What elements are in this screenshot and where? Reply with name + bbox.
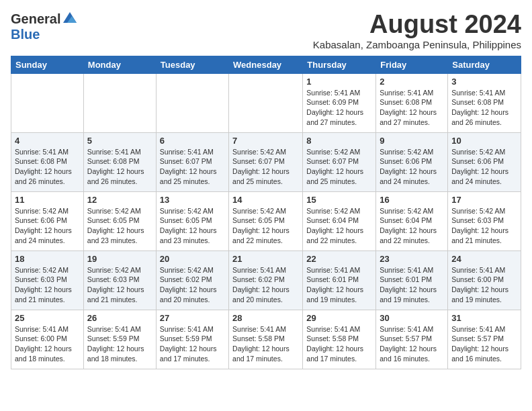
calendar-day-cell: 20Sunrise: 5:42 AM Sunset: 6:02 PM Dayli… <box>156 250 228 310</box>
day-number: 31 <box>451 313 517 323</box>
calendar-day-cell: 14Sunrise: 5:42 AM Sunset: 6:05 PM Dayli… <box>229 191 303 250</box>
day-number: 12 <box>87 195 152 205</box>
day-info: Sunrise: 5:42 AM Sunset: 6:03 PM Dayligh… <box>451 206 517 246</box>
calendar-day-cell: 31Sunrise: 5:41 AM Sunset: 5:57 PM Dayli… <box>448 310 521 369</box>
logo-blue-text: Blue <box>11 27 40 42</box>
calendar-header-thursday: Thursday <box>303 56 376 73</box>
calendar-header-row: SundayMondayTuesdayWednesdayThursdayFrid… <box>11 56 521 73</box>
calendar-day-cell: 12Sunrise: 5:42 AM Sunset: 6:05 PM Dayli… <box>83 191 156 250</box>
day-info: Sunrise: 5:41 AM Sunset: 5:58 PM Dayligh… <box>232 324 299 364</box>
day-info: Sunrise: 5:42 AM Sunset: 6:06 PM Dayligh… <box>380 147 444 187</box>
calendar-day-cell <box>83 73 156 132</box>
day-info: Sunrise: 5:41 AM Sunset: 6:00 PM Dayligh… <box>451 265 517 305</box>
day-number: 1 <box>306 77 372 87</box>
day-info: Sunrise: 5:42 AM Sunset: 6:03 PM Dayligh… <box>87 265 152 305</box>
day-number: 3 <box>451 77 517 87</box>
calendar-day-cell: 3Sunrise: 5:41 AM Sunset: 6:08 PM Daylig… <box>448 73 521 132</box>
day-number: 15 <box>306 195 372 205</box>
page-header: General Blue August 2024 Kabasalan, Zamb… <box>11 11 521 50</box>
day-number: 9 <box>380 136 444 146</box>
day-number: 25 <box>15 313 80 323</box>
day-number: 2 <box>380 77 444 87</box>
day-number: 5 <box>87 136 152 146</box>
day-info: Sunrise: 5:41 AM Sunset: 6:01 PM Dayligh… <box>380 265 444 305</box>
location-subtitle: Kabasalan, Zamboanga Peninsula, Philippi… <box>313 39 521 50</box>
day-info: Sunrise: 5:42 AM Sunset: 6:07 PM Dayligh… <box>232 147 299 187</box>
day-info: Sunrise: 5:41 AM Sunset: 5:57 PM Dayligh… <box>380 324 444 364</box>
calendar-day-cell: 13Sunrise: 5:42 AM Sunset: 6:05 PM Dayli… <box>156 191 228 250</box>
month-year-title: August 2024 <box>313 11 521 39</box>
day-info: Sunrise: 5:42 AM Sunset: 6:05 PM Dayligh… <box>232 206 299 246</box>
day-info: Sunrise: 5:41 AM Sunset: 6:08 PM Dayligh… <box>15 147 80 187</box>
day-info: Sunrise: 5:42 AM Sunset: 6:03 PM Dayligh… <box>15 265 80 305</box>
logo: General Blue <box>11 11 78 42</box>
day-info: Sunrise: 5:41 AM Sunset: 6:08 PM Dayligh… <box>380 88 444 128</box>
day-info: Sunrise: 5:42 AM Sunset: 6:04 PM Dayligh… <box>306 206 372 246</box>
day-number: 30 <box>380 313 444 323</box>
title-section: August 2024 Kabasalan, Zamboanga Peninsu… <box>313 11 521 50</box>
calendar-day-cell: 27Sunrise: 5:41 AM Sunset: 5:59 PM Dayli… <box>156 310 228 369</box>
calendar-header-sunday: Sunday <box>11 56 84 73</box>
day-number: 22 <box>306 254 372 264</box>
day-info: Sunrise: 5:41 AM Sunset: 5:59 PM Dayligh… <box>87 324 152 364</box>
calendar-day-cell: 25Sunrise: 5:41 AM Sunset: 6:00 PM Dayli… <box>11 310 84 369</box>
calendar-day-cell: 8Sunrise: 5:42 AM Sunset: 6:07 PM Daylig… <box>303 132 376 191</box>
day-info: Sunrise: 5:41 AM Sunset: 6:08 PM Dayligh… <box>87 147 152 187</box>
day-number: 19 <box>87 254 152 264</box>
calendar-day-cell: 9Sunrise: 5:42 AM Sunset: 6:06 PM Daylig… <box>376 132 448 191</box>
calendar-header-saturday: Saturday <box>448 56 521 73</box>
calendar-day-cell: 28Sunrise: 5:41 AM Sunset: 5:58 PM Dayli… <box>229 310 303 369</box>
calendar-day-cell <box>11 73 84 132</box>
day-number: 11 <box>15 195 80 205</box>
day-info: Sunrise: 5:41 AM Sunset: 5:58 PM Dayligh… <box>306 324 372 364</box>
calendar-week-row: 4Sunrise: 5:41 AM Sunset: 6:08 PM Daylig… <box>11 132 521 191</box>
calendar-week-row: 18Sunrise: 5:42 AM Sunset: 6:03 PM Dayli… <box>11 250 521 310</box>
day-number: 8 <box>306 136 372 146</box>
day-number: 29 <box>306 313 372 323</box>
calendar-day-cell: 22Sunrise: 5:41 AM Sunset: 6:01 PM Dayli… <box>303 250 376 310</box>
calendar-day-cell: 15Sunrise: 5:42 AM Sunset: 6:04 PM Dayli… <box>303 191 376 250</box>
calendar-day-cell: 30Sunrise: 5:41 AM Sunset: 5:57 PM Dayli… <box>376 310 448 369</box>
calendar-day-cell: 21Sunrise: 5:41 AM Sunset: 6:02 PM Dayli… <box>229 250 303 310</box>
day-info: Sunrise: 5:42 AM Sunset: 6:06 PM Dayligh… <box>15 206 80 246</box>
calendar-day-cell: 1Sunrise: 5:41 AM Sunset: 6:09 PM Daylig… <box>303 73 376 132</box>
day-number: 4 <box>15 136 80 146</box>
calendar-day-cell: 17Sunrise: 5:42 AM Sunset: 6:03 PM Dayli… <box>448 191 521 250</box>
calendar-week-row: 1Sunrise: 5:41 AM Sunset: 6:09 PM Daylig… <box>11 73 521 132</box>
calendar-header-monday: Monday <box>83 56 156 73</box>
day-number: 7 <box>232 136 299 146</box>
day-info: Sunrise: 5:41 AM Sunset: 5:59 PM Dayligh… <box>160 324 225 364</box>
calendar-day-cell: 6Sunrise: 5:41 AM Sunset: 6:07 PM Daylig… <box>156 132 228 191</box>
day-info: Sunrise: 5:42 AM Sunset: 6:04 PM Dayligh… <box>380 206 444 246</box>
calendar-day-cell: 29Sunrise: 5:41 AM Sunset: 5:58 PM Dayli… <box>303 310 376 369</box>
day-number: 13 <box>160 195 225 205</box>
day-info: Sunrise: 5:41 AM Sunset: 6:09 PM Dayligh… <box>306 88 372 128</box>
day-info: Sunrise: 5:42 AM Sunset: 6:05 PM Dayligh… <box>160 206 225 246</box>
day-number: 18 <box>15 254 80 264</box>
day-number: 27 <box>160 313 225 323</box>
day-info: Sunrise: 5:41 AM Sunset: 6:02 PM Dayligh… <box>232 265 299 305</box>
day-info: Sunrise: 5:41 AM Sunset: 5:57 PM Dayligh… <box>451 324 517 364</box>
calendar-day-cell <box>229 73 303 132</box>
day-number: 21 <box>232 254 299 264</box>
day-number: 10 <box>451 136 517 146</box>
calendar-day-cell <box>156 73 228 132</box>
calendar-header-friday: Friday <box>376 56 448 73</box>
day-info: Sunrise: 5:41 AM Sunset: 6:00 PM Dayligh… <box>15 324 80 364</box>
day-number: 23 <box>380 254 444 264</box>
calendar-table: SundayMondayTuesdayWednesdayThursdayFrid… <box>11 56 521 369</box>
day-info: Sunrise: 5:42 AM Sunset: 6:05 PM Dayligh… <box>87 206 152 246</box>
day-info: Sunrise: 5:41 AM Sunset: 6:01 PM Dayligh… <box>306 265 372 305</box>
day-number: 14 <box>232 195 299 205</box>
day-number: 6 <box>160 136 225 146</box>
calendar-day-cell: 2Sunrise: 5:41 AM Sunset: 6:08 PM Daylig… <box>376 73 448 132</box>
calendar-day-cell: 18Sunrise: 5:42 AM Sunset: 6:03 PM Dayli… <box>11 250 84 310</box>
calendar-header-wednesday: Wednesday <box>229 56 303 73</box>
calendar-day-cell: 19Sunrise: 5:42 AM Sunset: 6:03 PM Dayli… <box>83 250 156 310</box>
day-info: Sunrise: 5:42 AM Sunset: 6:02 PM Dayligh… <box>160 265 225 305</box>
calendar-header-tuesday: Tuesday <box>156 56 228 73</box>
calendar-day-cell: 11Sunrise: 5:42 AM Sunset: 6:06 PM Dayli… <box>11 191 84 250</box>
calendar-day-cell: 4Sunrise: 5:41 AM Sunset: 6:08 PM Daylig… <box>11 132 84 191</box>
day-number: 28 <box>232 313 299 323</box>
calendar-day-cell: 16Sunrise: 5:42 AM Sunset: 6:04 PM Dayli… <box>376 191 448 250</box>
